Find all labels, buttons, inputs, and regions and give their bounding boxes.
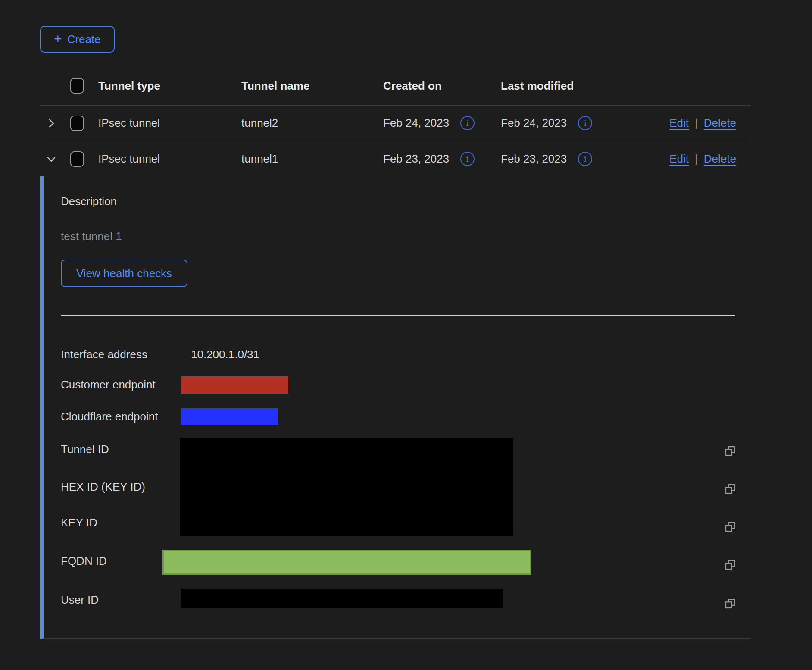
copy-icon [724, 597, 737, 610]
select-all-checkbox[interactable] [70, 78, 84, 94]
tunnels-page: + Create Tunnel type Tunnel name Created… [0, 0, 812, 670]
info-icon[interactable]: i [460, 152, 475, 166]
delete-link[interactable]: Delete [704, 152, 736, 166]
tunnel-name-value: tunnel2 [241, 106, 278, 141]
copy-hex-id-button[interactable] [724, 482, 737, 495]
copy-fqdn-id-button[interactable] [724, 558, 737, 571]
user-id-label: User ID [61, 593, 99, 606]
cloudflare-endpoint-redacted-value [181, 408, 278, 425]
description-label: Description [61, 195, 117, 208]
copy-tunnel-id-button[interactable] [724, 445, 737, 457]
key-id-label: KEY ID [61, 516, 97, 529]
table-row-tunnel2: IPsec tunnel tunnel2 Feb 24, 2023 i Feb … [40, 106, 751, 141]
tunnel-id-label: Tunnel ID [61, 443, 109, 456]
description-value: test tunnel 1 [61, 230, 122, 243]
user-id-redacted-value [181, 589, 503, 608]
info-icon[interactable]: i [578, 116, 592, 130]
created-on-value: Feb 23, 2023 [383, 152, 449, 166]
expand-row-button[interactable] [46, 118, 57, 129]
tunnels-table: Tunnel type Tunnel name Created on Last … [40, 67, 751, 639]
customer-endpoint-label: Customer endpoint [61, 378, 156, 391]
copy-icon [724, 482, 737, 495]
table-header-row: Tunnel type Tunnel name Created on Last … [40, 67, 751, 106]
last-modified-value: Feb 23, 2023 [501, 152, 567, 166]
collapse-row-button[interactable] [46, 153, 57, 165]
header-tunnel-type: Tunnel type [98, 67, 160, 105]
section-divider [61, 315, 735, 316]
edit-link[interactable]: Edit [669, 116, 689, 130]
info-icon[interactable]: i [578, 152, 592, 166]
interface-address-value: 10.200.1.0/31 [191, 348, 259, 361]
last-modified-value: Feb 24, 2023 [501, 116, 567, 130]
copy-user-id-button[interactable] [724, 597, 737, 610]
plus-icon: + [54, 32, 62, 46]
cloudflare-endpoint-label: Cloudflare endpoint [61, 410, 158, 423]
row-checkbox[interactable] [70, 116, 84, 131]
tunnel-type-value: IPsec tunnel [98, 141, 160, 176]
info-icon[interactable]: i [460, 116, 475, 130]
create-button[interactable]: + Create [40, 26, 115, 53]
chevron-down-icon [46, 153, 57, 165]
copy-key-id-button[interactable] [724, 520, 737, 533]
fqdn-id-label: FQDN ID [61, 554, 107, 567]
edit-link[interactable]: Edit [669, 152, 689, 166]
copy-icon [724, 445, 737, 457]
created-on-value: Feb 24, 2023 [383, 116, 449, 130]
delete-link[interactable]: Delete [704, 116, 736, 130]
create-button-label: Create [67, 33, 101, 46]
interface-address-label: Interface address [61, 348, 147, 361]
action-separator: | [695, 152, 698, 166]
header-last-modified: Last modified [501, 67, 574, 105]
ids-redacted-block [180, 438, 513, 536]
table-row-tunnel1: IPsec tunnel tunnel1 Feb 23, 2023 i Feb … [40, 141, 751, 176]
hex-id-label: HEX ID (KEY ID) [61, 480, 145, 493]
header-created-on: Created on [383, 67, 442, 105]
tunnel-name-value: tunnel1 [241, 141, 278, 176]
copy-icon [724, 558, 737, 571]
tunnel-type-value: IPsec tunnel [98, 106, 160, 141]
customer-endpoint-redacted-value [181, 376, 288, 394]
row-checkbox[interactable] [70, 151, 84, 167]
fqdn-id-redacted-value [162, 550, 531, 575]
copy-icon [724, 520, 737, 533]
view-health-checks-button[interactable]: View health checks [61, 260, 187, 287]
tunnel-detail-panel: Description test tunnel 1 View health ch… [40, 176, 751, 639]
chevron-right-icon [46, 118, 57, 129]
action-separator: | [695, 116, 698, 130]
header-tunnel-name: Tunnel name [241, 67, 309, 105]
